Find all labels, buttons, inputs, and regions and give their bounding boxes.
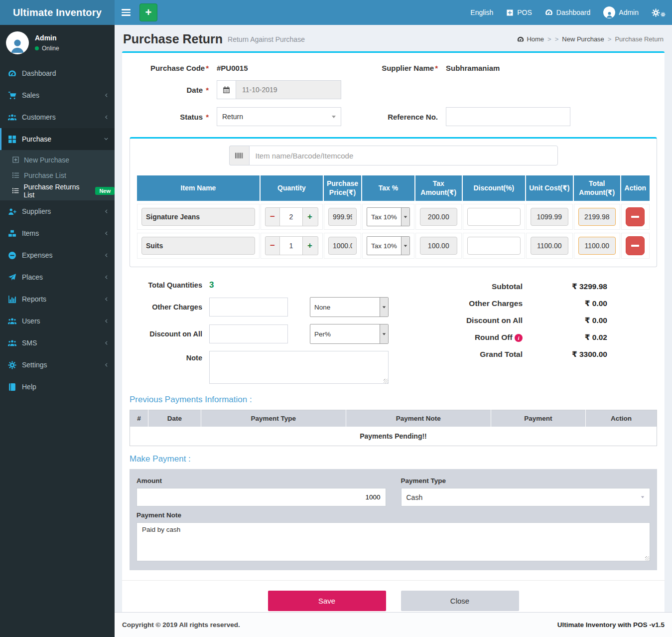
item-row: −+ Tax 10% <box>137 233 650 259</box>
sidebar-item-help[interactable]: Help <box>0 376 115 398</box>
grid-icon <box>8 135 16 144</box>
version-text: Ultimate Inventory with POS -v1.5 <box>557 621 665 629</box>
items-panel: Item Name Quantity Purchase Price(₹) Tax… <box>130 137 657 267</box>
purchase-code-label: Purchase Code* <box>130 64 217 72</box>
col-purchase-price: Purchase Price(₹) <box>324 175 361 201</box>
person-icon <box>9 37 26 54</box>
quantity-stepper: −+ <box>265 236 318 255</box>
sidebar-item-purchase-list[interactable]: Purchase List <box>0 167 115 183</box>
sidebar-item-new-purchase[interactable]: New Purchase <box>0 152 115 167</box>
chevron-left-icon <box>104 115 109 120</box>
user-plus-icon <box>8 207 16 216</box>
totals-summary: Subtotal ₹ 3299.98 Other Charges ₹ 0.00 … <box>466 280 607 384</box>
users-icon <box>8 317 16 325</box>
qty-decrease-button[interactable]: − <box>266 208 279 226</box>
list-icon <box>12 171 19 179</box>
tax-select[interactable]: Tax 10% <box>367 207 410 226</box>
sidebar-item-sales[interactable]: Sales <box>0 84 115 106</box>
qty-increase-button[interactable]: + <box>303 208 317 226</box>
caret-down-icon <box>332 116 336 118</box>
close-button[interactable]: Close <box>401 591 519 611</box>
avatar <box>603 6 615 18</box>
minus-icon <box>631 245 639 247</box>
avatar <box>6 31 29 54</box>
col-item-name: Item Name <box>137 175 260 201</box>
sidebar-item-settings[interactable]: Settings <box>0 354 115 376</box>
reference-no-input[interactable] <box>446 107 570 126</box>
minus-icon <box>631 216 639 218</box>
total-amount-field <box>578 237 616 255</box>
purchase-submenu: New Purchase Purchase List Purchase Retu… <box>0 150 115 200</box>
payment-type-select[interactable]: Cash <box>401 488 651 506</box>
new-badge: New <box>95 187 115 195</box>
qty-input[interactable] <box>279 237 303 255</box>
sidebar-item-items[interactable]: Items <box>0 222 115 244</box>
remove-item-button[interactable] <box>626 207 645 226</box>
sidebar-item-customers[interactable]: Customers <box>0 106 115 128</box>
info-icon[interactable]: i <box>515 334 523 342</box>
chevron-left-icon <box>104 93 109 98</box>
caret-down-icon <box>380 298 388 317</box>
total-quantities-value: 3 <box>209 280 288 290</box>
sidebar-item-users[interactable]: Users <box>0 310 115 332</box>
user-name: Admin <box>35 34 59 42</box>
note-textarea[interactable] <box>209 351 389 384</box>
sidebar-item-dashboard[interactable]: Dashboard <box>0 62 115 84</box>
qty-input[interactable] <box>279 208 303 226</box>
discount-type-select[interactable]: Per% <box>310 324 389 344</box>
breadcrumb-new-purchase[interactable]: New Purchase <box>562 35 604 43</box>
breadcrumb-separator: > <box>555 35 559 43</box>
caret-down-icon <box>380 324 388 343</box>
chevron-left-icon <box>104 318 109 323</box>
sidebar-item-reports[interactable]: Reports <box>0 288 115 310</box>
discount-on-all-input[interactable] <box>209 324 288 343</box>
payment-type-label: Payment Type <box>401 477 651 484</box>
status-select[interactable]: Return <box>217 107 341 126</box>
qty-increase-button[interactable]: + <box>303 237 317 255</box>
caret-down-icon <box>641 496 644 498</box>
sidebar-item-purchase[interactable]: Purchase <box>0 128 115 150</box>
tax-select[interactable]: Tax 10% <box>367 236 410 255</box>
nav-user-menu[interactable]: Admin <box>597 0 645 25</box>
item-search-input[interactable] <box>249 146 558 165</box>
nav-dashboard[interactable]: Dashboard <box>538 0 597 25</box>
amount-input[interactable] <box>136 488 386 506</box>
app-logo[interactable]: Ultimate Inventory <box>0 0 115 25</box>
discount-input[interactable] <box>467 208 521 226</box>
purchase-code-value: #PU0015 <box>217 64 341 72</box>
other-charges-select[interactable]: None <box>310 297 389 317</box>
sidebar-item-suppliers[interactable]: Suppliers <box>0 200 115 222</box>
nav-settings[interactable] <box>645 0 672 25</box>
discount-input[interactable] <box>467 237 521 255</box>
qty-decrease-button[interactable]: − <box>266 237 279 255</box>
payment-note-label: Payment Note <box>136 511 650 519</box>
top-navbar: Ultimate Inventory + English POS Dashboa… <box>0 0 672 25</box>
quick-add-button[interactable]: + <box>139 3 157 21</box>
sidebar-toggle-button[interactable] <box>115 0 137 25</box>
user-status: Online <box>35 45 59 52</box>
nav-pos[interactable]: POS <box>500 0 538 25</box>
other-charges-input[interactable] <box>209 298 288 317</box>
page-footer: Copyright © 2019 All rights reserved. Ul… <box>115 612 672 637</box>
payment-note-textarea[interactable]: Paid by cash <box>136 522 650 561</box>
col-tax: Tax % <box>362 175 414 201</box>
other-charges-total-value: ₹ 0.00 <box>523 299 607 308</box>
sidebar-item-sms[interactable]: SMS <box>0 332 115 354</box>
sidebar-item-expenses[interactable]: Expenses <box>0 244 115 266</box>
payments-pending-message: Payments Pending!! <box>130 427 657 446</box>
pp-col-payment: Payment <box>491 410 585 427</box>
calendar-addon[interactable] <box>217 80 236 99</box>
unit-cost-field <box>531 237 568 255</box>
remove-item-button[interactable] <box>626 236 645 255</box>
note-label: Note <box>139 351 209 362</box>
sidebar-item-purchase-returns-list[interactable]: Purchase Returns ListNew <box>0 183 115 198</box>
pp-col-payment-type: Payment Type <box>201 410 346 427</box>
sidebar-item-places[interactable]: Places <box>0 266 115 288</box>
user-panel: Admin Online <box>0 25 115 60</box>
breadcrumb-home[interactable]: Home <box>517 35 544 43</box>
list-icon <box>12 187 19 194</box>
discount-on-all-label: Discount on All <box>139 330 209 338</box>
save-button[interactable]: Save <box>268 591 386 611</box>
nav-language[interactable]: English <box>464 0 500 25</box>
col-action: Action <box>621 175 650 201</box>
